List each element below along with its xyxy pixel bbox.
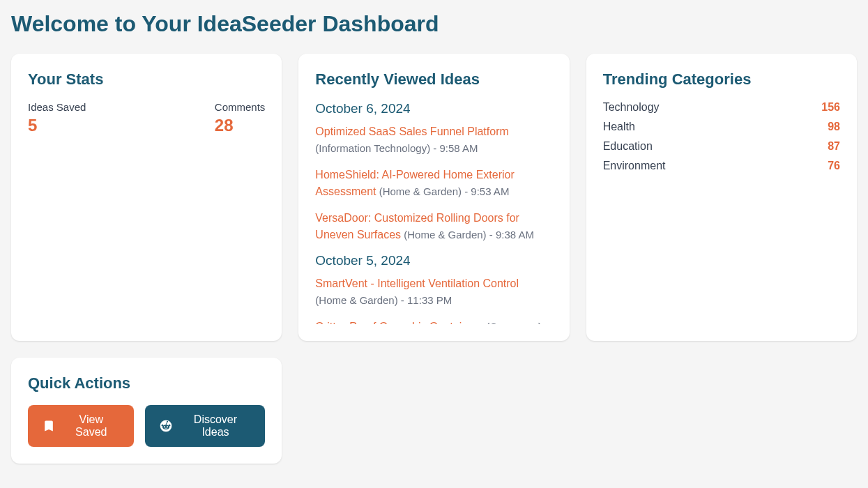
svg-point-4: [161, 425, 163, 427]
stat-label: Ideas Saved: [28, 101, 86, 113]
stat-ideas-saved: Ideas Saved 5: [28, 101, 86, 135]
trending-category-name: Environment: [603, 160, 666, 172]
quick-actions-title: Quick Actions: [28, 374, 265, 392]
recent-ideas-card: Recently Viewed Ideas October 6, 2024Opt…: [298, 54, 569, 341]
view-saved-button[interactable]: View Saved: [28, 405, 134, 447]
stats-card: Your Stats Ideas Saved 5 Comments 28: [11, 54, 282, 341]
discover-ideas-button[interactable]: Discover Ideas: [145, 405, 266, 447]
stats-title: Your Stats: [28, 70, 265, 89]
svg-point-2: [164, 426, 165, 427]
discover-label: Discover Ideas: [180, 413, 252, 439]
actions-row: View Saved Discover Ideas: [28, 405, 265, 447]
idea-item: VersaDoor: Customized Rolling Doors for …: [315, 210, 547, 243]
trending-row: Environment76: [603, 160, 840, 172]
trending-count: 87: [828, 140, 840, 153]
idea-meta: (Home & Garden) - 9:53 AM: [376, 185, 509, 197]
trending-count: 156: [821, 101, 840, 114]
stat-label: Comments: [215, 101, 266, 113]
idea-link[interactable]: Optimized SaaS Sales Funnel Platform: [315, 125, 508, 137]
stat-value: 28: [215, 116, 266, 135]
trending-row: Education87: [603, 140, 840, 153]
trending-category-name: Education: [603, 140, 653, 153]
idea-item: HomeShield: AI-Powered Home Exterior Ass…: [315, 167, 547, 200]
idea-meta: (Home & Garden) - 11:33 PM: [315, 294, 452, 306]
idea-item: Optimized SaaS Sales Funnel Platform (In…: [315, 123, 547, 157]
idea-item: SmartVent - Intelligent Ventilation Cont…: [315, 275, 547, 309]
quick-actions-card: Quick Actions View Saved Discover Ideas: [11, 358, 282, 464]
date-header: October 5, 2024: [315, 253, 547, 268]
trending-title: Trending Categories: [603, 70, 840, 89]
trending-list: Technology156Health98Education87Environm…: [603, 101, 840, 172]
stat-value: 5: [28, 116, 86, 135]
idea-meta: (Information Technology) - 9:58 AM: [315, 142, 478, 154]
svg-point-3: [167, 426, 168, 427]
trending-card: Trending Categories Technology156Health9…: [586, 54, 857, 341]
idea-link[interactable]: SmartVent - Intelligent Ventilation Cont…: [315, 277, 519, 289]
idea-meta: (Home & Garden) - 9:38 AM: [401, 229, 534, 241]
trending-row: Technology156: [603, 101, 840, 114]
trending-count: 76: [828, 160, 840, 172]
dashboard-grid: Your Stats Ideas Saved 5 Comments 28 Rec…: [11, 54, 857, 341]
trending-row: Health98: [603, 121, 840, 133]
trending-count: 98: [828, 121, 840, 133]
date-header: October 6, 2024: [315, 101, 547, 116]
recent-title: Recently Viewed Ideas: [315, 70, 552, 89]
page-title: Welcome to Your IdeaSeeder Dashboard: [11, 11, 857, 37]
view-saved-label: View Saved: [63, 413, 120, 439]
reddit-icon: [159, 419, 173, 433]
recent-list[interactable]: October 6, 2024Optimized SaaS Sales Funn…: [315, 101, 552, 324]
svg-point-1: [162, 425, 169, 429]
bookmark-icon: [42, 419, 56, 433]
idea-meta: (Consumer): [483, 321, 541, 324]
idea-item: Critter-Proof Cannabis Containers (Consu…: [315, 319, 547, 324]
stats-row: Ideas Saved 5 Comments 28: [28, 101, 265, 135]
svg-point-5: [168, 425, 170, 427]
idea-link[interactable]: Critter-Proof Cannabis Containers: [315, 321, 483, 324]
trending-category-name: Technology: [603, 101, 660, 114]
trending-category-name: Health: [603, 121, 635, 133]
stat-comments: Comments 28: [215, 101, 266, 135]
svg-point-6: [167, 421, 168, 422]
